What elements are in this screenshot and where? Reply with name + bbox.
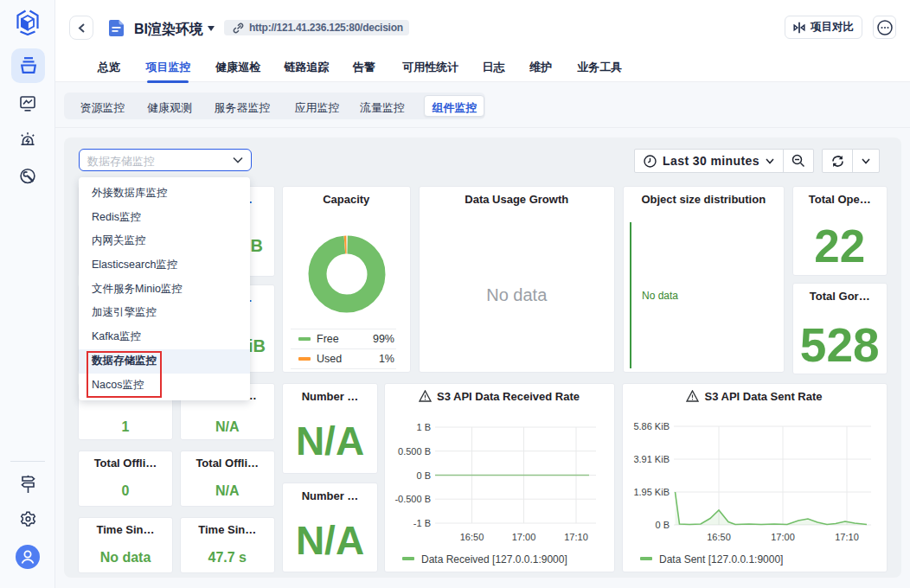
svg-text:-1 B: -1 B [413,518,430,528]
svg-text:17:00: 17:00 [771,532,795,542]
svg-text:Data Received [127.0.0.1:9000]: Data Received [127.0.0.1:9000] [421,553,567,566]
svg-text:16:50: 16:50 [459,532,484,542]
svg-text:17:00: 17:00 [511,532,535,542]
svg-text:16:50: 16:50 [707,532,731,542]
svg-text:Data Sent [127.0.0.1:9000]: Data Sent [127.0.0.1:9000] [659,553,783,566]
svg-text:-0.500 B: -0.500 B [394,494,431,504]
svg-text:17:10: 17:10 [564,532,588,542]
svg-text:0 B: 0 B [655,520,670,530]
svg-text:3.91 KiB: 3.91 KiB [633,454,670,464]
svg-text:1.95 KiB: 1.95 KiB [633,487,670,497]
svg-text:17:10: 17:10 [835,532,859,542]
svg-text:0 B: 0 B [416,470,431,481]
svg-text:1 B: 1 B [416,422,431,432]
svg-text:0.500 B: 0.500 B [398,446,431,457]
svg-text:5.86 KiB: 5.86 KiB [633,421,670,431]
